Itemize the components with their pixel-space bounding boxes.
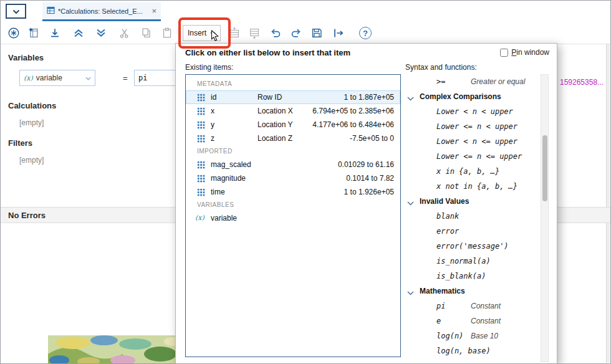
existing-item-z[interactable]: z Location Z -7.5e+05 to 0 xyxy=(186,132,400,145)
cut-button[interactable] xyxy=(117,25,133,41)
tab-close-icon[interactable]: × xyxy=(152,7,156,15)
new-calculation-button[interactable] xyxy=(6,25,22,41)
item-range: 4.177e+06 to 6.484e+06 xyxy=(312,118,394,132)
help-icon: ? xyxy=(359,27,372,39)
syntax-desc: Constant xyxy=(471,314,501,328)
syntax-text: Lower <= n <= upper xyxy=(436,149,522,164)
move-up-button[interactable] xyxy=(70,25,87,41)
syntax-label: Syntax and functions: xyxy=(405,63,477,72)
syntax-item-blank[interactable]: blank xyxy=(405,209,540,224)
existing-item-magnitude[interactable]: magnitude 0.1014 to 7.82 xyxy=(186,171,400,185)
copy-button[interactable] xyxy=(138,25,155,41)
chevron-down-icon xyxy=(407,289,414,297)
numeric-column-icon xyxy=(197,188,205,196)
existing-item-mag-scaled[interactable]: mag_scaled 0.01029 to 61.16 xyxy=(186,158,400,171)
numeric-column-icon xyxy=(197,121,205,129)
new-table-button[interactable] xyxy=(26,25,42,41)
download-button[interactable] xyxy=(47,25,63,41)
redo-icon xyxy=(289,26,303,40)
filters-heading: Filters xyxy=(8,138,32,148)
syntax-item-range-1[interactable]: Lower < n < upper xyxy=(405,104,540,119)
syntax-item-pi[interactable]: pi Constant xyxy=(405,299,540,314)
copy-icon xyxy=(140,26,153,40)
insert-below-button[interactable] xyxy=(246,25,262,41)
existing-item-variable[interactable]: (x) variable xyxy=(186,211,400,225)
item-desc: Location Y xyxy=(257,118,293,132)
result-value: 159265358... xyxy=(560,78,604,87)
syntax-item-is-normal[interactable]: is_normal(a) xyxy=(405,254,540,269)
syntax-list[interactable]: >= Greater or equal Complex Comparisons … xyxy=(405,74,540,362)
syntax-item-is-blank[interactable]: is_blank(a) xyxy=(405,269,540,284)
syntax-desc: Base 10 xyxy=(471,328,498,343)
syntax-item-greater-equal[interactable]: >= Greater or equal xyxy=(405,74,540,89)
existing-item-x[interactable]: x Location X 6.794e+05 to 2.385e+06 xyxy=(186,104,400,118)
variable-selector[interactable]: (x) variable xyxy=(19,70,95,86)
export-arrow-icon xyxy=(332,26,345,40)
syntax-section-invalid-values[interactable]: Invalid Values xyxy=(405,194,540,209)
insert-button[interactable]: Insert xyxy=(183,25,221,41)
download-icon xyxy=(48,26,62,40)
syntax-text: pi xyxy=(436,299,445,314)
syntax-item-log[interactable]: log(n) Base 10 xyxy=(405,328,540,343)
syntax-item-error-message[interactable]: error('message') xyxy=(405,239,540,254)
existing-item-id[interactable]: id Row ID 1 to 1.867e+05 xyxy=(186,90,400,104)
scrollbar-thumb[interactable] xyxy=(542,135,547,201)
undo-button[interactable] xyxy=(267,25,284,41)
section-label: Mathematics xyxy=(420,284,465,299)
existing-item-time[interactable]: time 1 to 1.926e+05 xyxy=(186,185,400,199)
item-name: y xyxy=(211,118,214,132)
existing-items-list[interactable]: METADATA id Row ID 1 to 1.867e+05 x Loca… xyxy=(185,74,401,357)
syntax-item-range-3[interactable]: Lower < n <= upper xyxy=(405,134,540,149)
redo-button[interactable] xyxy=(288,25,304,41)
syntax-text: x not in {a, b, …} xyxy=(436,179,517,194)
right-scrollbar[interactable] xyxy=(606,44,610,363)
item-name: z xyxy=(211,132,214,145)
insert-button-label: Insert xyxy=(188,29,206,37)
syntax-text: is_normal(a) xyxy=(436,254,491,269)
insert-row-above-icon xyxy=(228,26,241,40)
item-name: variable xyxy=(211,211,237,225)
syntax-item-e[interactable]: e Constant xyxy=(405,314,540,328)
tab-strip: *Calculations: Selected_E... × xyxy=(1,1,610,22)
move-down-button[interactable] xyxy=(93,25,109,41)
syntax-text: x in {a, b, …} xyxy=(436,164,499,179)
pin-window-label: Pin window xyxy=(511,48,549,57)
existing-items-label: Existing items: xyxy=(185,63,233,72)
syntax-item-x-not-in-set[interactable]: x not in {a, b, …} xyxy=(405,179,540,194)
table-star-icon xyxy=(27,26,41,40)
tab-calculations[interactable]: *Calculations: Selected_E... × xyxy=(42,2,161,21)
expression-input[interactable] xyxy=(134,70,179,86)
pin-window-input[interactable] xyxy=(500,49,508,57)
syntax-desc: Greater or equal xyxy=(471,74,525,89)
item-name: x xyxy=(211,104,214,118)
calculations-heading: Calculations xyxy=(8,101,56,110)
toolbar: Insert ? xyxy=(1,22,610,44)
section-header-imported: IMPORTED xyxy=(186,145,400,158)
save-button[interactable] xyxy=(309,25,325,41)
syntax-scrollbar[interactable] xyxy=(541,74,549,362)
syntax-item-range-4[interactable]: Lower <= n <= upper xyxy=(405,149,540,164)
insert-row-below-icon xyxy=(248,26,261,40)
export-button[interactable] xyxy=(330,25,347,41)
syntax-item-x-in-set[interactable]: x in {a, b, …} xyxy=(405,164,540,179)
syntax-item-log-base[interactable]: log(n, base) xyxy=(405,343,540,358)
existing-item-y[interactable]: y Location Y 4.177e+06 to 6.484e+06 xyxy=(186,118,400,132)
window-list-button[interactable] xyxy=(6,4,26,19)
syntax-text: log(n) xyxy=(436,328,463,343)
equals-sign: = xyxy=(123,74,128,83)
syntax-text: e xyxy=(436,314,441,328)
numeric-column-icon xyxy=(197,161,205,169)
syntax-section-complex-comparisons[interactable]: Complex Comparisons xyxy=(405,89,540,104)
numeric-column-icon xyxy=(197,93,205,102)
syntax-text: error xyxy=(436,224,459,239)
map-preview xyxy=(48,335,180,364)
help-button[interactable]: ? xyxy=(357,25,373,41)
pin-window-checkbox[interactable]: Pin window xyxy=(500,48,549,57)
syntax-section-mathematics[interactable]: Mathematics xyxy=(405,284,540,299)
insert-above-button[interactable] xyxy=(226,25,243,41)
syntax-item-range-2[interactable]: Lower <= n < upper xyxy=(405,119,540,134)
syntax-item-error[interactable]: error xyxy=(405,224,540,239)
numeric-column-icon xyxy=(197,135,205,143)
paste-button[interactable] xyxy=(159,25,175,41)
chevron-down-icon xyxy=(210,29,216,37)
